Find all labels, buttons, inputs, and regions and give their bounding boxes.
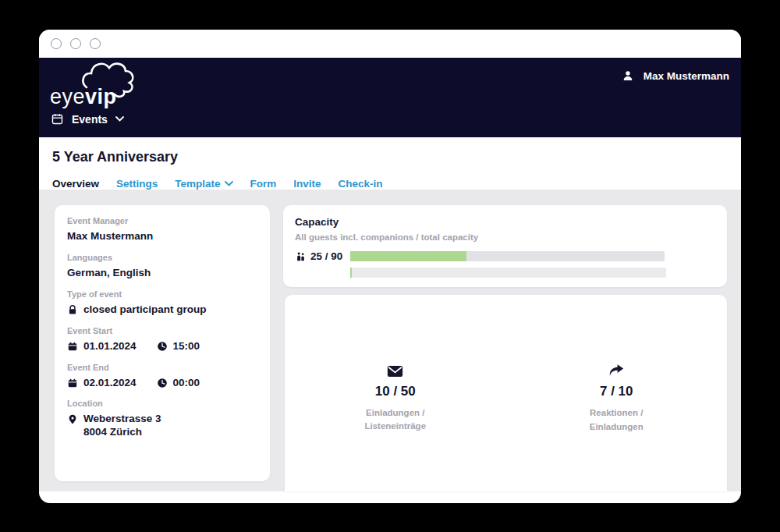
field-label: Event End — [67, 363, 257, 372]
field-location: Location Weberstrasse 3 8004 Zürich — [67, 399, 257, 439]
tab-template[interactable]: Template — [175, 178, 232, 190]
tab-invite[interactable]: Invite — [293, 178, 321, 190]
field-value: Max Mustermann — [67, 230, 257, 243]
capacity-bar-fill — [350, 251, 466, 261]
field-event-start: Event Start 01.01.2024 — [67, 326, 257, 353]
type-of-event-value: closed participant group — [83, 303, 207, 317]
clock-icon — [157, 341, 168, 352]
capacity-title: Capacity — [295, 216, 715, 228]
nav-events-label: Events — [72, 113, 108, 126]
field-type-of-event: Type of event closed participant group — [67, 289, 257, 317]
tab-form[interactable]: Form — [250, 178, 277, 190]
browser-chrome — [39, 30, 741, 58]
field-label: Event Start — [67, 326, 257, 335]
capacity-count: 25 / 90 — [295, 250, 350, 262]
capacity-bar2-fill — [350, 268, 352, 278]
stat-label-line2: Einladungen — [590, 422, 644, 431]
capacity-subtitle: All guests incl. companions / total capa… — [295, 232, 715, 242]
event-details-card: Event Manager Max Mustermann Languages G… — [55, 205, 270, 481]
stat-reactions: 7 / 10 Reaktionen / Einladungen — [506, 295, 728, 491]
tab-overview[interactable]: Overview — [52, 178, 99, 190]
eyevip-logo[interactable]: eye vip — [50, 76, 117, 108]
capacity-progress-bar — [350, 251, 665, 261]
share-arrow-icon — [608, 364, 624, 378]
location-line2: 8004 Zürich — [83, 426, 161, 439]
field-value: 01.01.2024 15:00 — [67, 340, 257, 353]
capacity-row: 25 / 90 — [295, 250, 715, 262]
stat-label-line2: Listeneinträge — [364, 421, 426, 431]
window-close-button[interactable] — [51, 38, 62, 49]
capacity-count-value: 25 / 90 — [310, 250, 342, 262]
user-name: Max Mustermann — [644, 70, 729, 82]
field-label: Type of event — [67, 289, 257, 299]
event-start-time: 15:00 — [173, 340, 200, 353]
stat-label: Reaktionen / Einladungen — [506, 406, 728, 434]
chevron-down-icon — [225, 181, 233, 186]
calendar-icon — [67, 378, 78, 388]
field-value: 02.01.2024 00:00 — [67, 377, 257, 390]
capacity-card: Capacity All guests incl. companions / t… — [283, 205, 727, 287]
clock-icon — [157, 378, 168, 388]
field-languages: Languages German, English — [67, 253, 257, 280]
tab-settings[interactable]: Settings — [116, 178, 158, 190]
people-icon — [295, 251, 307, 262]
field-value: German, English — [67, 267, 257, 280]
stat-label-line1: Einladungen / — [366, 408, 424, 417]
field-value: Weberstrasse 3 8004 Zürich — [67, 413, 257, 439]
calendar-icon — [51, 112, 64, 126]
window-maximize-button[interactable] — [90, 38, 101, 49]
tab-bar: Overview Settings Template Form Invite C… — [52, 178, 728, 190]
event-end-date: 02.01.2024 — [83, 377, 136, 390]
field-label: Languages — [67, 253, 257, 262]
calendar-icon — [67, 341, 78, 352]
event-start-date: 01.01.2024 — [83, 340, 136, 353]
tab-template-label: Template — [175, 178, 220, 190]
event-end-time: 00:00 — [173, 377, 200, 390]
title-bar: 5 Year Anniversary Overview Settings Tem… — [39, 137, 741, 190]
user-icon — [622, 69, 634, 82]
capacity-row-secondary — [350, 268, 715, 278]
invitation-stats-card: 10 / 50 Einladungen / Listeneinträge 7 /… — [285, 295, 727, 491]
location-line1: Weberstrasse 3 — [83, 413, 161, 426]
field-label: Location — [67, 399, 257, 408]
stat-invitations: 10 / 50 Einladungen / Listeneinträge — [285, 295, 506, 491]
stat-value: 10 / 50 — [285, 384, 506, 399]
field-value: closed participant group — [67, 303, 257, 317]
page-title: 5 Year Anniversary — [52, 149, 728, 165]
field-event-end: Event End 02.01.2024 — [67, 363, 257, 390]
lock-icon — [67, 304, 78, 315]
chevron-down-icon — [115, 116, 124, 122]
stat-value: 7 / 10 — [506, 384, 728, 399]
map-pin-icon — [67, 413, 78, 425]
user-menu[interactable]: Max Mustermann — [622, 69, 729, 82]
field-label: Event Manager — [67, 216, 257, 225]
app-window: eye vip Events — [39, 30, 741, 503]
nav-events[interactable]: Events — [51, 112, 124, 126]
stat-label: Einladungen / Listeneinträge — [285, 406, 506, 434]
stat-label-line1: Reaktionen / — [590, 408, 643, 417]
content-area: Event Manager Max Mustermann Languages G… — [39, 190, 741, 491]
envelope-icon — [387, 365, 403, 378]
field-event-manager: Event Manager Max Mustermann — [67, 216, 257, 243]
logo-text-vip: vip — [85, 87, 117, 108]
tab-checkin[interactable]: Check-in — [339, 178, 383, 190]
app-header: eye vip Events — [39, 58, 741, 137]
window-minimize-button[interactable] — [70, 38, 81, 49]
capacity-progress-bar-secondary — [350, 268, 666, 278]
